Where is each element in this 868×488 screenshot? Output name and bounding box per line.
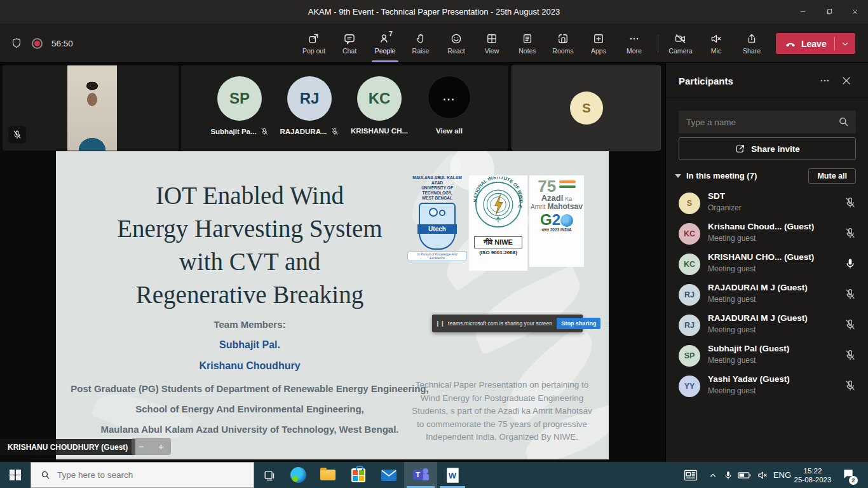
flag-swoosh-icon	[559, 180, 576, 188]
mic-muted-icon[interactable]	[844, 318, 857, 331]
mail-icon	[381, 470, 397, 481]
participant-row[interactable]: RJ RAJADURAI M J (Guest) Meeting guest	[666, 280, 868, 310]
react-button[interactable]: React	[438, 24, 474, 63]
notes-button[interactable]: Notes	[510, 24, 545, 63]
event-note: Technical Paper Presentation on pertaini…	[409, 379, 595, 444]
battery-icon	[738, 471, 752, 480]
mic-toggle-button[interactable]: Mic	[698, 24, 734, 63]
tray-mic-button[interactable]	[721, 462, 736, 488]
file-explorer-button[interactable]	[313, 462, 343, 488]
battery-button[interactable]	[736, 462, 754, 488]
mic-muted-icon[interactable]	[844, 288, 857, 301]
participant-row[interactable]: YY Yashi Yadav (Guest) Meeting guest	[666, 371, 868, 402]
tray-expand-button[interactable]	[705, 462, 721, 488]
taskbar-search[interactable]	[31, 462, 254, 488]
zoom-in-button[interactable]: +	[158, 441, 164, 452]
avatar[interactable]: SP	[217, 76, 262, 121]
edge-browser-button[interactable]	[283, 462, 313, 488]
restore-button[interactable]	[816, 0, 843, 24]
raise-hand-button[interactable]: Raise	[403, 24, 438, 63]
mic-on-icon[interactable]	[844, 257, 857, 270]
stop-sharing-button[interactable]: Stop sharing	[557, 318, 600, 329]
self-mic-muted-badge	[8, 126, 26, 144]
panel-close-button[interactable]	[840, 74, 853, 87]
hide-banner-link[interactable]: Hide	[604, 320, 609, 327]
azadi-g20-logo: 75 Azadi Ka Amrit Mahotsav G2 भारत 2023 …	[529, 175, 584, 267]
leave-button[interactable]: Leave	[776, 38, 834, 50]
self-video-tile[interactable]	[3, 65, 179, 151]
apps-plus-icon	[592, 32, 605, 45]
news-icon	[684, 470, 698, 481]
sharing-message: teams.microsoft.com is sharing your scre…	[448, 320, 553, 327]
rooms-button[interactable]: Rooms	[545, 24, 581, 63]
meeting-status: 56:50	[10, 24, 73, 63]
participants-strip: SP Subhajit Pa... RJ RAJADURA... KC KRIS…	[181, 65, 508, 151]
chat-button[interactable]: Chat	[332, 24, 367, 63]
zoom-out-button[interactable]: −	[139, 441, 144, 452]
notes-icon	[521, 32, 534, 45]
avatar: KC	[679, 254, 700, 275]
meeting-timer: 56:50	[51, 39, 73, 48]
news-widget-button[interactable]	[681, 462, 700, 488]
panel-title: Participants	[679, 76, 733, 86]
participant-row[interactable]: KC Krishanu Choud... (Guest) Meeting gue…	[666, 219, 868, 249]
toolbar-items: Pop out Chat 7 People Raise	[296, 24, 652, 63]
mail-button[interactable]	[374, 462, 404, 488]
microsoft-store-button[interactable]	[343, 462, 374, 488]
collapse-caret-icon[interactable]	[675, 174, 681, 178]
mute-all-button[interactable]: Mute all	[808, 168, 856, 184]
leave-options-button[interactable]	[835, 39, 855, 48]
view-grid-icon	[485, 32, 498, 45]
affiliation-line: Maulana Abul Kalam Azad University of Te…	[62, 422, 437, 437]
start-button[interactable]	[0, 462, 31, 488]
panel-more-button[interactable]	[818, 74, 831, 87]
teams-taskbar-button[interactable]: T	[404, 462, 437, 488]
apps-button[interactable]: Apps	[581, 24, 616, 63]
mic-muted-icon[interactable]	[844, 379, 857, 392]
view-button[interactable]: View	[474, 24, 510, 63]
share-invite-button[interactable]: Share invite	[679, 137, 856, 160]
slide-title: IOT Enabled Wind Energy Harvesting Syste…	[62, 179, 437, 311]
people-button[interactable]: 7 People	[367, 24, 403, 63]
search-icon	[40, 470, 51, 480]
mic-muted-icon[interactable]	[844, 349, 857, 362]
notification-center-button[interactable]: 2	[837, 462, 859, 488]
task-view-button[interactable]	[254, 462, 283, 488]
more-button[interactable]: More	[616, 24, 652, 63]
participant-row[interactable]: SP Subhajit Pal (Guest) Meeting guest	[666, 341, 868, 371]
language-indicator[interactable]: ENG	[771, 462, 793, 488]
avatar: SP	[679, 345, 700, 367]
close-button[interactable]	[841, 0, 868, 24]
recording-indicator	[32, 38, 43, 49]
participant-row[interactable]: KC KRISHANU CHO... (Guest) Meeting guest	[666, 249, 868, 280]
windows-logo-icon	[10, 470, 21, 481]
volume-button[interactable]	[754, 462, 771, 488]
clock[interactable]: 15:22 25-08-2023	[790, 462, 835, 488]
speaker-tile[interactable]: S	[512, 65, 661, 151]
popout-button[interactable]: Pop out	[296, 24, 332, 63]
affiliation-line: Post Graduate (PG) Students of Departmen…	[62, 381, 437, 396]
participant-row[interactable]: S SDT Organizer	[666, 188, 868, 219]
view-all-button[interactable]: ...	[428, 76, 471, 119]
mic-muted-icon[interactable]	[844, 227, 857, 240]
time: 15:22	[804, 466, 822, 475]
taskbar-search-input[interactable]	[57, 470, 245, 480]
team-member: Subhajit Pal.	[62, 339, 437, 351]
restore-icon	[825, 8, 834, 16]
react-smiley-icon	[450, 32, 463, 45]
minimize-button[interactable]	[789, 0, 816, 24]
participant-search-input[interactable]	[679, 111, 856, 133]
camera-toggle-button[interactable]: Camera	[663, 24, 698, 63]
rooms-icon	[557, 32, 569, 45]
share-button[interactable]: Share	[734, 24, 770, 63]
view-all-label[interactable]: View all	[402, 127, 497, 135]
chevron-down-icon	[841, 39, 850, 48]
avatar[interactable]: RJ	[287, 76, 332, 121]
participant-row[interactable]: RJ RAJADURAI M J (Guest) Meeting guest	[666, 310, 868, 341]
mic-muted-icon[interactable]	[844, 196, 857, 209]
avatar[interactable]: KC	[357, 76, 402, 121]
word-taskbar-button[interactable]: W	[437, 462, 468, 488]
avatar: RJ	[679, 284, 700, 306]
more-dots-icon	[628, 32, 641, 45]
screen-sharing-banner: ❙❙ teams.microsoft.com is sharing your s…	[432, 315, 583, 332]
